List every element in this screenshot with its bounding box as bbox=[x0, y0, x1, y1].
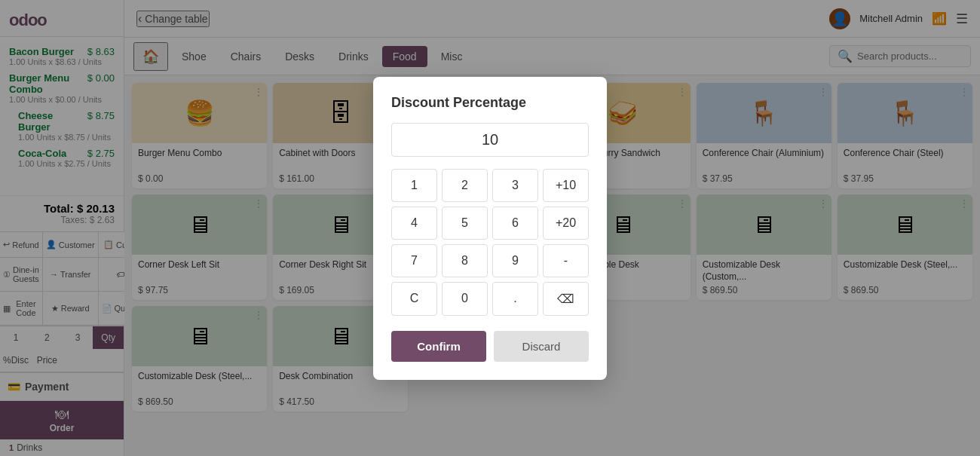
modal-key-6[interactable]: 6 bbox=[492, 207, 538, 240]
confirm-button[interactable]: Confirm bbox=[391, 331, 486, 362]
modal-key-C[interactable]: C bbox=[391, 282, 437, 316]
modal-overlay: Discount Percentage 123+10456+20789-C0.⌫… bbox=[0, 0, 980, 456]
modal-key-3[interactable]: 3 bbox=[492, 169, 538, 202]
modal-key-4[interactable]: 4 bbox=[391, 207, 437, 240]
modal-key-x[interactable]: ⌫ bbox=[543, 282, 589, 316]
discard-button[interactable]: Discard bbox=[494, 331, 589, 362]
modal-key-2[interactable]: 2 bbox=[442, 169, 488, 202]
discount-modal: Discount Percentage 123+10456+20789-C0.⌫… bbox=[373, 77, 607, 380]
modal-key-0[interactable]: 0 bbox=[442, 282, 488, 316]
modal-numpad: 123+10456+20789-C0.⌫ bbox=[391, 169, 589, 316]
modal-key-5[interactable]: 5 bbox=[442, 207, 488, 240]
modal-key-7[interactable]: 7 bbox=[391, 244, 437, 277]
modal-key-.[interactable]: . bbox=[492, 282, 538, 316]
modal-title: Discount Percentage bbox=[391, 95, 589, 111]
modal-key-9[interactable]: 9 bbox=[492, 244, 538, 277]
modal-actions: Confirm Discard bbox=[391, 331, 589, 362]
modal-key-+20[interactable]: +20 bbox=[543, 207, 589, 240]
modal-key-+10[interactable]: +10 bbox=[543, 169, 589, 202]
modal-key-1[interactable]: 1 bbox=[391, 169, 437, 202]
modal-key-8[interactable]: 8 bbox=[442, 244, 488, 277]
modal-key--[interactable]: - bbox=[543, 244, 589, 277]
discount-input[interactable] bbox=[391, 123, 589, 157]
